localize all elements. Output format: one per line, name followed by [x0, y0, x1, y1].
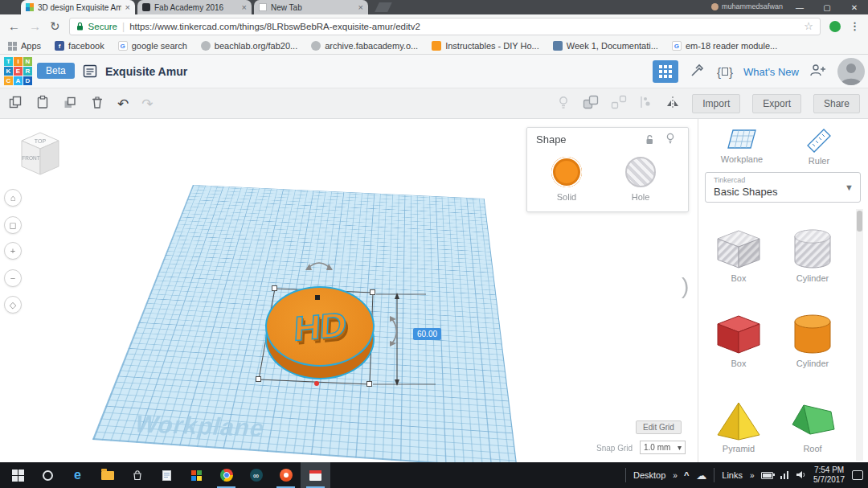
- volume-icon[interactable]: [796, 470, 806, 481]
- duplicate-icon[interactable]: [63, 95, 77, 113]
- shape-box-solid[interactable]: Box: [705, 314, 772, 368]
- onedrive-icon[interactable]: ☁: [696, 470, 706, 481]
- bookmark-fabacademy[interactable]: archive.fabacademy.o...: [311, 41, 418, 51]
- hidden-icons-chevron[interactable]: ^: [684, 470, 689, 480]
- bookmark-facebook[interactable]: ffacebook: [55, 41, 104, 51]
- chrome-taskbar-button[interactable]: [211, 462, 241, 488]
- workplane-tool[interactable]: Workplane: [713, 127, 771, 164]
- start-button[interactable]: [3, 462, 33, 488]
- maximize-button[interactable]: ▢: [813, 0, 841, 14]
- bookmark-beachlab[interactable]: beachlab.org/fab20...: [201, 41, 297, 51]
- store-button[interactable]: [122, 462, 152, 488]
- design-properties-icon[interactable]: [83, 64, 98, 82]
- file-explorer-button[interactable]: [92, 462, 122, 488]
- delete-icon[interactable]: [90, 95, 104, 113]
- desktop-toolbar[interactable]: Desktop: [633, 470, 665, 480]
- network-icon[interactable]: [780, 471, 789, 479]
- group-icon[interactable]: [583, 95, 599, 113]
- reload-icon[interactable]: ↻: [50, 20, 60, 32]
- shape-category-dropdown[interactable]: Tinkercad Basic Shapes ▼: [705, 172, 861, 203]
- browser-profile[interactable]: muhammedsafwan: [711, 2, 783, 10]
- bookmark-star-icon[interactable]: ☆: [804, 20, 813, 32]
- paste-icon[interactable]: [35, 95, 50, 113]
- lock-icon[interactable]: [645, 133, 654, 148]
- scale-handle-bottom-right[interactable]: [366, 381, 372, 387]
- zoom-in-button[interactable]: +: [4, 242, 22, 260]
- forward-icon[interactable]: →: [29, 20, 41, 32]
- back-icon[interactable]: ←: [8, 20, 20, 32]
- user-avatar[interactable]: [837, 58, 865, 85]
- active-app-button[interactable]: [301, 462, 330, 488]
- bookmark-instructables[interactable]: Instructables - DIY Ho...: [432, 41, 539, 51]
- share-button[interactable]: Share: [813, 94, 860, 113]
- bookmark-apps[interactable]: Apps: [8, 41, 41, 51]
- ungroup-icon[interactable]: [611, 95, 627, 113]
- tab-new-tab[interactable]: New Tab ×: [254, 0, 368, 14]
- tab-close-icon[interactable]: ×: [125, 3, 130, 12]
- copy-icon[interactable]: [8, 95, 23, 113]
- edge-taskbar-button[interactable]: e: [63, 462, 92, 488]
- invite-person-icon[interactable]: [809, 63, 827, 80]
- design-title[interactable]: Exquisite Amur: [105, 65, 187, 78]
- hole-swatch[interactable]: [625, 157, 656, 187]
- align-icon[interactable]: [639, 95, 653, 113]
- tab-tinkercad[interactable]: 3D design Exquisite Amu ×: [21, 0, 135, 14]
- document-app-button[interactable]: [152, 462, 182, 488]
- extension-icon[interactable]: [829, 21, 841, 32]
- editor-viewport[interactable]: Workplane HD 60.00: [0, 119, 698, 462]
- links-expand-chevron[interactable]: »: [750, 471, 754, 480]
- ruler-tool[interactable]: Ruler: [790, 127, 848, 166]
- bookmark-google-search[interactable]: Ggoogle search: [118, 41, 187, 51]
- shape-box-hole[interactable]: Box: [705, 228, 772, 283]
- dashboard-grid-button[interactable]: [653, 60, 678, 83]
- import-button[interactable]: Import: [692, 94, 740, 113]
- shapes-scrollbar[interactable]: [856, 209, 863, 461]
- height-handle[interactable]: [315, 295, 320, 300]
- shape-cylinder-solid[interactable]: Cylinder: [779, 314, 846, 368]
- view-cube[interactable]: TOP FRONT: [16, 127, 64, 182]
- redo-icon[interactable]: ↷: [141, 97, 153, 111]
- action-center-icon[interactable]: [852, 470, 863, 480]
- undo-icon[interactable]: ↶: [117, 97, 129, 111]
- bookmark-em18[interactable]: Gem-18 reader module...: [672, 41, 777, 51]
- address-bar[interactable]: Secure | https://www.tinkercad.com/thing…: [69, 18, 821, 35]
- cortana-button[interactable]: [33, 462, 63, 488]
- dark-circle-app-button[interactable]: ∞: [241, 462, 271, 488]
- links-toolbar[interactable]: Links: [722, 470, 743, 480]
- tab-fab-academy[interactable]: Fab Academy 2016 ×: [137, 0, 252, 14]
- scale-handle-top-right[interactable]: [370, 289, 375, 295]
- scrollbar-thumb[interactable]: [857, 211, 862, 232]
- export-button[interactable]: Export: [752, 94, 801, 113]
- beta-badge[interactable]: Beta: [37, 63, 75, 79]
- office-app-button[interactable]: [182, 462, 211, 488]
- taskbar-clock[interactable]: 7:54 PM 5/7/2017: [813, 465, 845, 486]
- snap-grid-select[interactable]: 1.0 mm ▾: [640, 441, 686, 454]
- shape-pyramid[interactable]: Pyramid: [705, 399, 772, 453]
- scale-handle-bottom-left[interactable]: [256, 376, 261, 382]
- show-all-bulb-icon[interactable]: [556, 95, 571, 113]
- home-view-button[interactable]: ⌂: [4, 189, 22, 207]
- battery-icon[interactable]: [761, 472, 773, 479]
- minimize-button[interactable]: —: [786, 0, 813, 14]
- new-tab-button[interactable]: [375, 2, 392, 12]
- object-text[interactable]: HD: [262, 287, 378, 366]
- lightbulb-icon[interactable]: [665, 133, 675, 147]
- mirror-flip-icon[interactable]: [665, 95, 680, 113]
- url-text[interactable]: https://www.tinkercad.com/things/8LRbswB…: [129, 22, 799, 31]
- dimension-input[interactable]: 60.00: [413, 328, 441, 340]
- bookmark-week1[interactable]: Week 1, Documentati...: [553, 41, 658, 51]
- tab-close-icon[interactable]: ×: [242, 3, 247, 12]
- browser2-taskbar-button[interactable]: [271, 462, 301, 488]
- shape-cylinder-hole[interactable]: Cylinder: [779, 228, 846, 283]
- edit-grid-button[interactable]: Edit Grid: [636, 420, 682, 434]
- tab-close-icon[interactable]: ×: [358, 3, 363, 12]
- browser-menu-icon[interactable]: ⋮: [850, 20, 860, 32]
- panel-collapse-chevron[interactable]: ): [682, 273, 689, 299]
- shape-roof[interactable]: Roof: [779, 399, 846, 453]
- whats-new-link[interactable]: What's New: [743, 66, 799, 78]
- close-button[interactable]: ✕: [841, 0, 868, 14]
- tools-hammer-icon[interactable]: [689, 61, 706, 82]
- perspective-toggle-button[interactable]: ◇: [4, 296, 22, 314]
- code-blocks-icon[interactable]: {}: [717, 65, 733, 79]
- desktop-expand-chevron[interactable]: »: [673, 471, 677, 480]
